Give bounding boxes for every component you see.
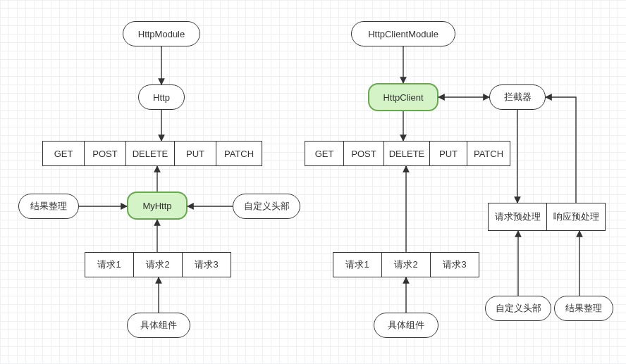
method-put: PUT [174,141,216,166]
label: 具体组件 [388,319,424,332]
r-request-1: 请求1 [333,252,382,277]
label: MyHttp [142,201,171,211]
node-custom-header-left: 自定义头部 [233,194,300,219]
label: PUT [439,149,458,159]
label: 请求3 [195,258,218,271]
label: 拦截器 [504,91,532,103]
label: HttpClient [383,92,423,103]
node-custom-header-right: 自定义头部 [485,296,551,321]
request-3: 请求3 [182,252,231,277]
label: 结果整理 [30,200,67,213]
r-request-3: 请求3 [430,252,479,277]
node-myhttp: MyHttp [127,192,188,220]
label: DELETE [389,149,425,159]
node-http-module: HttpModule [123,21,200,46]
label: 自定义头部 [496,302,541,315]
r-method-patch: PATCH [467,141,510,166]
label: GET [54,149,73,159]
label: DELETE [133,149,168,159]
node-interceptor: 拦截器 [489,84,546,110]
label: HttpClientModule [368,29,438,39]
label: 请求1 [345,258,369,271]
r-method-post: POST [343,141,384,166]
node-http: Http [138,84,185,110]
label: 响应预处理 [553,211,599,223]
label: 请求2 [146,258,169,271]
label: 请求1 [97,258,121,271]
node-request-pre: 请求预处理 [488,203,547,231]
label: 请求预处理 [495,211,541,223]
label: 请求2 [394,258,417,271]
method-get: GET [42,141,85,166]
node-result-tidy-right: 结果整理 [554,296,613,321]
r-method-put: PUT [429,141,467,166]
label: POST [351,149,376,159]
node-concrete-right: 具体组件 [374,313,438,338]
r-method-get: GET [305,141,344,166]
r-method-delete: DELETE [383,141,430,166]
label: PATCH [474,149,503,159]
label: POST [92,149,117,159]
request-1: 请求1 [85,252,134,277]
label: HttpModule [138,29,185,39]
method-patch: PATCH [216,141,262,166]
label: Http [153,92,170,103]
node-concrete-left: 具体组件 [127,313,190,338]
method-post: POST [84,141,126,166]
label: PATCH [224,149,254,159]
node-result-tidy: 结果整理 [18,194,79,219]
label: 具体组件 [140,319,177,332]
method-delete: DELETE [125,141,175,166]
node-httpclient-module: HttpClientModule [351,21,455,46]
label: 自定义头部 [244,200,290,213]
label: GET [315,149,334,159]
r-request-2: 请求2 [381,252,431,277]
label: 请求3 [443,258,466,271]
label: 结果整理 [565,302,602,315]
label: PUT [186,149,204,159]
node-response-pre: 响应预处理 [546,203,606,231]
node-httpclient: HttpClient [368,83,438,111]
request-2: 请求2 [133,252,183,277]
